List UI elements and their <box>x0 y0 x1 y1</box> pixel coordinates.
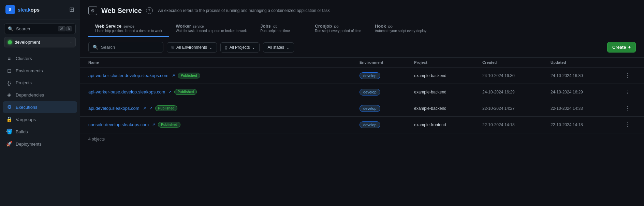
project-filter-label: All Projects <box>229 45 250 50</box>
cell-created-0: 24-10-2024 16:30 <box>482 73 551 78</box>
more-options-button-1[interactable]: ⋮ <box>619 89 636 95</box>
external-link-icon: ↗ <box>152 122 155 127</box>
row-link-1[interactable]: api-worker-base.develop.sleakops.com <box>88 89 165 94</box>
search-icon: 🔍 <box>93 45 98 50</box>
status-badge-1: Published <box>174 89 197 95</box>
builds-icon: 🪣 <box>6 129 12 135</box>
table-row: console.develop.sleakops.com ↗ Published… <box>80 117 644 133</box>
tab-name-worker: Worker <box>176 24 191 29</box>
env-badge-1: develop <box>360 89 380 95</box>
more-options-button-0[interactable]: ⋮ <box>619 72 636 79</box>
cell-updated-0: 24-10-2024 16:30 <box>551 73 619 78</box>
cell-project-1: example-backend <box>414 90 482 94</box>
tab-name-web-service: Web Service <box>95 24 121 29</box>
more-options-button-3[interactable]: ⋮ <box>619 121 636 128</box>
objects-count: 4 objects <box>88 137 105 142</box>
sidebar-search[interactable]: 🔍 Search ⌘ k <box>4 24 76 34</box>
status-badge-2: Published <box>155 105 178 111</box>
table-area: Name Environment Project Created Updated… <box>80 58 644 206</box>
cell-name-1: api-worker-base.develop.sleakops.com ↗ P… <box>88 89 360 95</box>
sidebar-item-vargroups[interactable]: 🔒 Vargroups <box>3 114 77 125</box>
external-link-icon: ↗ <box>172 73 175 78</box>
environments-icon: ◻ <box>6 68 12 74</box>
create-label: Create <box>612 45 626 50</box>
more-options-button-2[interactable]: ⋮ <box>619 105 636 112</box>
tab-web-service[interactable]: Web Service service Listen http petition… <box>88 20 169 37</box>
tabs-bar: Web Service service Listen http petition… <box>80 20 644 37</box>
sidebar-item-label: Environments <box>16 68 43 73</box>
sidebar-item-label: Vargroups <box>16 117 36 122</box>
sidebar-item-builds[interactable]: 🪣 Builds <box>3 126 77 137</box>
tab-type-worker: service <box>193 25 204 28</box>
sidebar-item-deployments[interactable]: 🚀 Deployments <box>3 138 77 150</box>
env-filter-icon: ⊞ <box>171 45 174 49</box>
table-row: api-worker-base.develop.sleakops.com ↗ P… <box>80 84 644 100</box>
table-body: api-worker-cluster.develop.sleakops.com … <box>80 68 644 133</box>
tab-jobs[interactable]: Jobs job Run script one time <box>253 20 308 37</box>
env-filter-button[interactable]: ⊞ All Environments ⌄ <box>167 42 217 53</box>
chevron-down-icon: ⌄ <box>69 40 72 44</box>
state-filter-button[interactable]: All states ⌄ <box>263 42 294 53</box>
search-shortcut: ⌘ k <box>58 26 72 31</box>
executions-icon: ⚙ <box>6 104 12 110</box>
project-filter-button[interactable]: {} All Projects ⌄ <box>220 42 260 53</box>
env-badge-0: develop <box>360 72 380 79</box>
table-header: Name Environment Project Created Updated <box>80 58 644 68</box>
sidebar-item-executions[interactable]: ⚙ Executions <box>3 101 77 113</box>
status-badge-0: Published <box>178 73 200 78</box>
vargroups-icon: 🔒 <box>6 116 12 122</box>
cell-environment-0: develop <box>360 73 414 78</box>
project-filter-icon: {} <box>225 45 227 49</box>
col-environment: Environment <box>360 60 414 64</box>
row-link-2[interactable]: api.develop.sleakops.com <box>88 106 140 111</box>
page-description: An execution refers to the process of ru… <box>158 8 330 13</box>
sidebar-item-label: Deployments <box>16 142 42 147</box>
sidebar-item-label: Builds <box>16 129 28 134</box>
page-header: ⚙ Web Service ? An execution refers to t… <box>80 0 644 20</box>
external-link-icon-2: ↗ <box>149 106 152 111</box>
cell-created-3: 22-10-2024 14:18 <box>482 122 551 127</box>
cell-name-2: api.develop.sleakops.com ↗ ↗ Published <box>88 105 360 111</box>
help-icon[interactable]: ? <box>146 7 153 14</box>
grid-icon[interactable]: ⊞ <box>69 6 74 13</box>
logo: S sleakops <box>5 5 40 14</box>
table-footer: 4 objects <box>80 133 644 145</box>
search-input[interactable]: 🔍 Search <box>88 42 163 53</box>
search-label: Search <box>16 26 55 31</box>
sidebar-item-label: Projects <box>16 80 32 85</box>
row-link-0[interactable]: api-worker-cluster.develop.sleakops.com <box>88 73 169 78</box>
tab-cronjob[interactable]: Cronjob job Run script every period of t… <box>308 20 368 37</box>
filters-row: 🔍 Search ⊞ All Environments ⌄ {} All Pro… <box>80 37 644 58</box>
env-badge-3: develop <box>360 121 380 128</box>
search-placeholder: Search <box>101 45 115 50</box>
create-button[interactable]: Create + <box>607 42 636 53</box>
cell-name-0: api-worker-cluster.develop.sleakops.com … <box>88 73 360 78</box>
tab-name-cronjob: Cronjob <box>315 24 332 29</box>
sidebar-item-dependencies[interactable]: ◈ Dependencies <box>3 89 77 101</box>
sidebar-header: S sleakops ⊞ <box>0 0 80 19</box>
sidebar-item-clusters[interactable]: ≡ Clusters <box>3 53 77 64</box>
tab-type-web-service: service <box>123 25 134 28</box>
tab-desc-hook: Automate your script every deploy <box>375 29 426 33</box>
env-status-dot <box>8 40 12 44</box>
tab-desc-web-service: Listen http petition. It need a domain t… <box>95 29 162 33</box>
row-link-3[interactable]: console.develop.sleakops.com <box>88 122 149 127</box>
sidebar-item-environments[interactable]: ◻ Environments <box>3 65 77 76</box>
projects-icon: {} <box>6 80 12 86</box>
gear-icon: ⚙ <box>88 6 97 15</box>
col-updated: Updated <box>551 60 619 64</box>
tab-worker[interactable]: Worker service Wait for task. It need a … <box>169 20 253 37</box>
cell-updated-2: 22-10-2024 14:33 <box>551 106 619 111</box>
sidebar-item-projects[interactable]: {} Projects <box>3 77 77 88</box>
state-filter-label: All states <box>267 45 284 50</box>
clusters-icon: ≡ <box>6 56 12 61</box>
state-chevron-icon: ⌄ <box>286 45 290 50</box>
cell-name-3: console.develop.sleakops.com ↗ Published <box>88 122 360 128</box>
tab-type-hook: job <box>388 25 392 28</box>
col-name: Name <box>88 60 360 64</box>
environment-selector[interactable]: development ⌄ <box>4 37 76 47</box>
tab-hook[interactable]: Hook job Automate your script every depl… <box>368 20 433 37</box>
tab-type-cronjob: job <box>334 25 338 28</box>
sidebar: S sleakops ⊞ 🔍 Search ⌘ k development ⌄ … <box>0 0 80 206</box>
cell-project-0: example-backend <box>414 73 482 78</box>
